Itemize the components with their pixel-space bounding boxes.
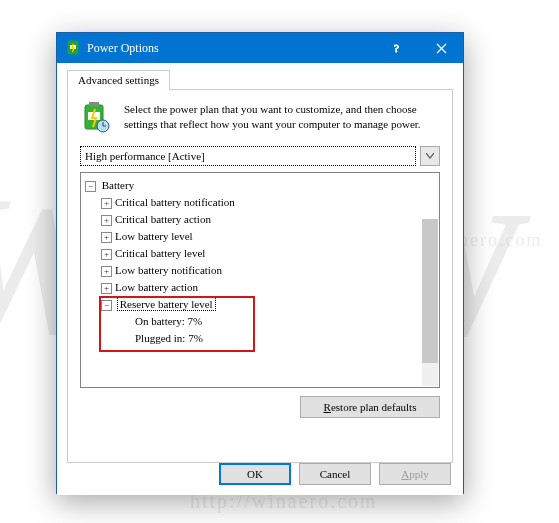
close-button[interactable] — [419, 33, 463, 63]
chevron-down-icon — [426, 153, 434, 159]
tree-node-low-battery-notification[interactable]: +Low battery notification — [101, 262, 437, 279]
tree-node-critical-battery-level[interactable]: +Critical battery level — [101, 245, 437, 262]
window-title: Power Options — [87, 41, 375, 56]
collapse-icon[interactable]: − — [85, 181, 96, 192]
power-plan-dropdown-button[interactable] — [420, 146, 440, 166]
tab-advanced-settings[interactable]: Advanced settings — [67, 70, 170, 90]
reserve-values: On battery: 7% Plugged in: 7% — [101, 313, 437, 347]
scrollbar-track[interactable] — [422, 219, 438, 386]
settings-tree: − Battery +Critical battery notification… — [80, 172, 440, 388]
expand-icon[interactable]: + — [101, 198, 112, 209]
power-options-dialog: Power Options ? Advanced settings — [56, 32, 464, 494]
tree-label: Low battery action — [115, 281, 198, 293]
cancel-button[interactable]: Cancel — [299, 463, 371, 485]
tree-content: − Battery +Critical battery notification… — [85, 177, 437, 347]
expand-icon[interactable]: + — [101, 249, 112, 260]
titlebar: Power Options ? — [57, 33, 463, 63]
expand-icon[interactable]: + — [101, 283, 112, 294]
power-plan-row: High performance [Active] — [80, 146, 440, 166]
intro-text: Select the power plan that you want to c… — [124, 102, 440, 136]
reserve-plugged-in-row[interactable]: Plugged in: 7% — [135, 330, 437, 347]
tree-node-battery[interactable]: − Battery +Critical battery notification… — [85, 177, 437, 347]
battery-plan-icon — [80, 102, 114, 136]
apply-button[interactable]: Apply — [379, 463, 451, 485]
tree-label: Critical battery level — [115, 247, 205, 259]
intro-row: Select the power plan that you want to c… — [80, 102, 440, 136]
power-plan-select[interactable]: High performance [Active] — [80, 146, 416, 166]
tree-node-critical-battery-notification[interactable]: +Critical battery notification — [101, 194, 437, 211]
tree-label: Battery — [102, 179, 134, 191]
tree-node-reserve-battery-level[interactable]: − Reserve battery level On battery: 7% — [101, 296, 437, 347]
ok-button[interactable]: OK — [219, 463, 291, 485]
restore-defaults-button[interactable]: Restore plan defaults — [300, 396, 440, 418]
reserve-on-battery-row[interactable]: On battery: 7% — [135, 313, 437, 330]
dialog-buttons: OK Cancel Apply — [215, 463, 451, 485]
tab-label: Advanced settings — [78, 74, 159, 86]
tree-label: Low battery level — [115, 230, 193, 242]
reserve-on-battery-value: 7% — [188, 315, 203, 327]
svg-text:?: ? — [394, 42, 399, 54]
advanced-settings-panel: Select the power plan that you want to c… — [67, 89, 453, 463]
collapse-icon[interactable]: − — [101, 300, 112, 311]
svg-rect-4 — [89, 102, 99, 106]
reserve-plugged-in-value: 7% — [188, 332, 203, 344]
tree-node-low-battery-level[interactable]: +Low battery level — [101, 228, 437, 245]
tree-node-low-battery-action[interactable]: +Low battery action — [101, 279, 437, 296]
tree-node-critical-battery-action[interactable]: +Critical battery action — [101, 211, 437, 228]
reserve-plugged-in-label: Plugged in: — [135, 332, 185, 344]
dialog-client-area: Advanced settings Select the power plan … — [57, 63, 463, 495]
tree-label-selected: Reserve battery level — [118, 298, 215, 310]
help-button[interactable]: ? — [375, 33, 419, 63]
tree-label: Critical battery action — [115, 213, 211, 225]
power-options-icon — [65, 40, 81, 56]
restore-row: Restore plan defaults — [80, 396, 440, 418]
expand-icon[interactable]: + — [101, 232, 112, 243]
scrollbar-thumb[interactable] — [422, 219, 438, 363]
expand-icon[interactable]: + — [101, 266, 112, 277]
power-plan-selected-value: High performance [Active] — [85, 150, 205, 162]
tree-label: Low battery notification — [115, 264, 222, 276]
tree-label: Critical battery notification — [115, 196, 235, 208]
expand-icon[interactable]: + — [101, 215, 112, 226]
reserve-on-battery-label: On battery: — [135, 315, 185, 327]
